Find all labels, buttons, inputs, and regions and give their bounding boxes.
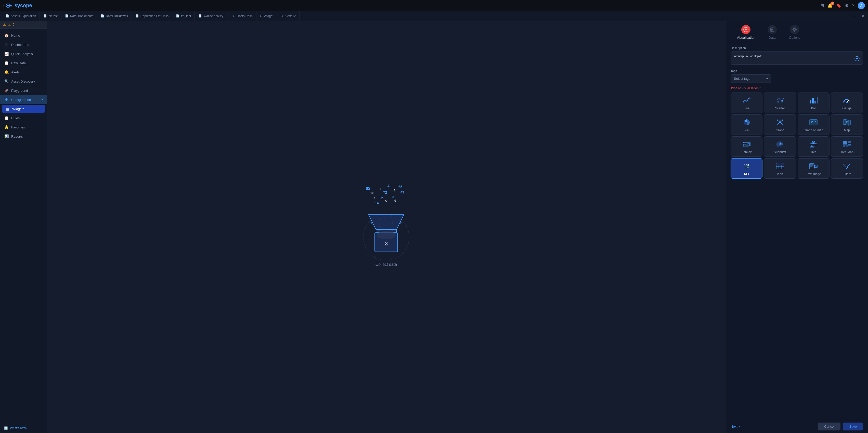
sidebar-item-alerts[interactable]: 🔔 Alerts xyxy=(0,67,47,77)
back-arrow[interactable]: ‹ xyxy=(3,4,4,8)
vis-item-gauge[interactable]: Gauge xyxy=(831,93,863,113)
vis-item-filters[interactable]: Filters xyxy=(831,158,863,179)
panel-tab-visualisation[interactable]: Visualisation xyxy=(731,23,762,42)
vis-item-sunburst[interactable]: Sunburst xyxy=(764,136,796,157)
reports-icon: 📊 xyxy=(4,134,9,138)
asset-discovery-icon: 🔍 xyxy=(4,79,9,83)
tab-page-icon: 📄 xyxy=(176,14,180,18)
bookmark-icon[interactable]: 🔖 xyxy=(836,3,841,8)
tags-select[interactable]: Select tags ▾ xyxy=(731,74,771,83)
vis-item-pie[interactable]: Pie xyxy=(731,115,763,135)
sidebar-item-home[interactable]: 🏠 Home xyxy=(0,31,47,40)
tab-widget[interactable]: ⊞ Widget xyxy=(256,11,277,21)
sidebar-item-configuration[interactable]: ⚙ Configuration ▾ xyxy=(0,95,47,104)
svg-rect-57 xyxy=(812,141,814,143)
tab-hosts-dash[interactable]: ⊞ Hosts Dash xyxy=(229,11,256,21)
alert-count: 2 xyxy=(13,23,14,27)
settings-icon[interactable]: ⚙ xyxy=(845,3,848,8)
cancel-button[interactable]: Cancel xyxy=(818,423,840,430)
description-input-wrapper: example widget xyxy=(731,52,863,66)
sidebar-item-rules[interactable]: 📋 Rules xyxy=(0,114,47,123)
svg-rect-58 xyxy=(810,144,812,145)
grid-icon[interactable]: ⊞ xyxy=(820,3,824,8)
vis-item-graph[interactable]: Graph xyxy=(764,115,796,135)
svg-rect-67 xyxy=(843,141,847,145)
vis-item-label: KPI xyxy=(744,172,749,176)
pie-chart-icon xyxy=(742,118,751,126)
tab-wazne-analizy[interactable]: 📄 Wazne analizy xyxy=(195,11,227,21)
svg-text:+: + xyxy=(370,220,373,225)
vis-item-label: Sankey xyxy=(742,150,752,154)
help-icon[interactable]: ? xyxy=(852,3,854,8)
svg-rect-59 xyxy=(815,144,817,145)
sidebar-item-widgets[interactable]: ▦ Widgets xyxy=(2,105,45,113)
tab-reputation-ext-links[interactable]: 📄 Reputation Ext Links xyxy=(132,11,172,21)
svg-rect-30 xyxy=(812,98,814,103)
panel-tabs: Visualisation Data xyxy=(725,21,868,42)
bell-icon[interactable]: 🔔 1 xyxy=(828,3,833,8)
dashboards-icon: ▦ xyxy=(4,42,9,47)
sidebar-footer: 🔄 What's new? xyxy=(0,423,47,433)
svg-rect-61 xyxy=(812,146,814,147)
avatar[interactable]: A xyxy=(858,2,865,9)
vis-item-kpi[interactable]: 100 ▲10% KPI xyxy=(731,158,763,179)
sidebar-item-favorites[interactable]: ⭐ Favorites xyxy=(0,123,47,132)
svg-rect-53 xyxy=(743,144,744,145)
tab-rafal-drilldowns[interactable]: 📄 Rafal Drilldowns xyxy=(97,11,132,21)
float-num-10: 10 xyxy=(370,191,373,194)
vis-item-label: Filters xyxy=(843,172,851,176)
panel-tab-data[interactable]: Data xyxy=(762,23,783,42)
alert-banner[interactable]: ⚠ ⚠ 2 xyxy=(0,21,47,29)
vis-item-table[interactable]: Table xyxy=(764,158,796,179)
sidebar-item-reports[interactable]: 📊 Reports xyxy=(0,132,47,141)
svg-rect-60 xyxy=(810,146,812,147)
sankey-chart-icon xyxy=(742,140,751,148)
sidebar-item-asset-discovery[interactable]: 🔍 Asset Discovery xyxy=(0,77,47,86)
panel-tab-options[interactable]: Options xyxy=(783,23,807,42)
vis-item-label: Line xyxy=(744,106,749,110)
text-image-icon xyxy=(809,162,818,170)
vis-item-tree-map[interactable]: Tree Map xyxy=(831,136,863,157)
tab-rafal-bookmarks[interactable]: 📄 Rafal Bookmarks xyxy=(61,11,97,21)
sidebar-item-dashboards[interactable]: ▦ Dashboards xyxy=(0,40,47,49)
vis-item-text-image[interactable]: Text Image xyxy=(798,158,830,179)
vis-item-bar[interactable]: Bar xyxy=(798,93,830,113)
sidebar-item-label: Alerts xyxy=(11,70,20,74)
vis-item-graph-on-map[interactable]: Graph on map xyxy=(798,115,830,135)
vis-item-scatter[interactable]: Scatter xyxy=(764,93,796,113)
vis-item-label: Map xyxy=(844,128,850,132)
svg-rect-52 xyxy=(743,142,744,143)
float-num-5a: 5 xyxy=(394,189,395,192)
topbar: ‹ sycope ⊞ 🔔 1 🔖 ⚙ ? A xyxy=(0,0,868,11)
tab-alerts12[interactable]: ⊞ Alerts12 xyxy=(277,11,300,21)
tab-pk-test[interactable]: 📄 pk test xyxy=(40,11,61,21)
svg-point-21 xyxy=(856,58,858,59)
svg-marker-3 xyxy=(368,214,404,229)
sidebar-item-playground[interactable]: 🚀 Playground xyxy=(0,86,47,95)
kpi-chart-icon: 100 ▲10% xyxy=(742,162,751,170)
description-label: Description xyxy=(731,47,863,50)
vis-item-tree[interactable]: Tree xyxy=(798,136,830,157)
svg-line-63 xyxy=(811,143,813,144)
svg-rect-32 xyxy=(817,97,818,103)
footer-actions: Cancel Save xyxy=(818,423,863,430)
tab-label: Rafal Bookmarks xyxy=(70,14,93,18)
svg-text:+: + xyxy=(399,220,402,225)
vis-item-line[interactable]: Line xyxy=(731,93,763,113)
tab-tm-test[interactable]: 📄 tm_test xyxy=(172,11,195,21)
vis-item-label: Sunburst xyxy=(774,150,786,154)
vis-item-sankey[interactable]: Sankey xyxy=(731,136,763,157)
tab-label: pk test xyxy=(49,14,57,18)
vis-item-map[interactable]: Map xyxy=(831,115,863,135)
tab-assets-exploration[interactable]: 📄 Assets Exploration xyxy=(2,11,40,21)
whats-new-button[interactable]: 🔄 What's new? xyxy=(4,426,43,430)
sidebar-item-raw-data[interactable]: 📋 Raw Data xyxy=(0,58,47,67)
description-input[interactable]: example widget xyxy=(731,52,863,65)
tabs-more-icon[interactable]: ⋯ xyxy=(851,14,858,18)
tabs-bar: 📄 Assets Exploration 📄 pk test 📄 Rafal B… xyxy=(0,11,868,21)
save-button[interactable]: Save xyxy=(843,423,863,430)
svg-point-28 xyxy=(781,102,782,103)
sidebar-item-quick-analysis[interactable]: 📈 Quick Analysis xyxy=(0,49,47,58)
next-button[interactable]: Next › xyxy=(731,423,740,430)
tabs-close-icon[interactable]: ✕ xyxy=(860,14,866,18)
